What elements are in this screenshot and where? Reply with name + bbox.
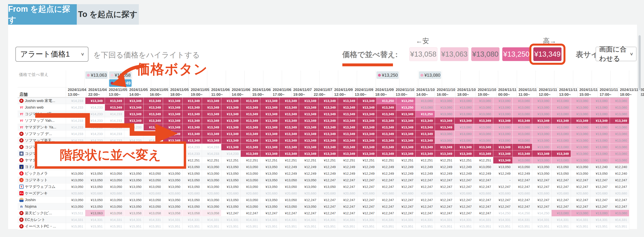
tab-to[interactable]: To を起点に探す bbox=[77, 4, 139, 25]
price-cell: ¥12,247 bbox=[532, 197, 552, 203]
price-cell: ¥13,050 bbox=[241, 164, 260, 170]
price-cell: ¥13,349 bbox=[241, 131, 260, 137]
price-cell: ¥13,349 bbox=[280, 104, 299, 111]
price-cell: ¥14,233 bbox=[66, 117, 85, 124]
price-cell: ¥12,249 bbox=[299, 164, 318, 170]
scrollbar-thumb[interactable] bbox=[638, 35, 641, 90]
price-cell: ¥12,247 bbox=[513, 177, 532, 183]
price-cell: ¥12,249 bbox=[357, 170, 377, 177]
price-cell: ¥13,349 bbox=[318, 137, 338, 144]
store-name: Rヤマダ電機 楽... bbox=[18, 157, 66, 164]
price-cell: ¥13,349 bbox=[610, 117, 629, 124]
tab-from[interactable]: From を起点に探す bbox=[8, 4, 77, 25]
price-cell: ¥13,080 bbox=[532, 124, 552, 131]
price-dot-icon bbox=[378, 74, 381, 77]
price-cell: ¥13,050 bbox=[532, 164, 552, 170]
price-cell: ¥13,349 bbox=[435, 150, 454, 157]
price-cell: ¥13,080 bbox=[474, 137, 493, 144]
chip-price: ¥13,349 bbox=[115, 81, 130, 86]
column-header: 2024/11/1111:00~ bbox=[517, 87, 537, 98]
price-cell: ¥15,951 bbox=[221, 223, 241, 230]
chip-cell bbox=[461, 71, 480, 88]
price-cell: - bbox=[493, 177, 513, 183]
price-sort-button[interactable]: ¥13,349 bbox=[533, 47, 562, 61]
price-cell: ¥13,349 bbox=[280, 124, 299, 131]
price-cell: ¥15,951 bbox=[85, 223, 105, 230]
price-cell: ¥12,249 bbox=[416, 170, 435, 177]
vertical-scrollbar[interactable] bbox=[638, 27, 641, 228]
price-cell: ¥12,247 bbox=[377, 177, 396, 183]
price-cell: ¥12,247 bbox=[357, 210, 377, 216]
price-cell: ¥13,080 bbox=[532, 111, 552, 117]
store-name-label: ECカレント bbox=[25, 217, 45, 222]
price-cell: ¥13,050 bbox=[144, 177, 163, 183]
price-cell: ¥14,250 bbox=[513, 210, 532, 216]
price-cell: ¥12,247 bbox=[435, 177, 454, 183]
price-chip[interactable]: ¥13,250 bbox=[376, 71, 399, 79]
rakuten-icon: R bbox=[19, 99, 24, 103]
price-cell: ¥14,331 bbox=[182, 216, 202, 223]
table-row: RECカレント¥14,331¥14,331¥14,331¥14,331¥14,3… bbox=[18, 216, 629, 223]
price-chip[interactable]: ¥13,080 bbox=[419, 71, 441, 79]
price-cell: ¥15,951 bbox=[416, 223, 435, 230]
price-cell: ¥13,349 bbox=[163, 111, 182, 117]
alert-price-select[interactable]: アラート価格1 ∨ bbox=[16, 47, 88, 62]
store-name-label: コジマ楽天市場店 bbox=[25, 144, 55, 150]
price-cell: ¥12,247 bbox=[241, 210, 260, 216]
price-cell: ¥12,247 bbox=[532, 177, 552, 183]
price-cell: ¥15,951 bbox=[163, 223, 182, 230]
price-cell: ¥13,058 bbox=[144, 210, 163, 216]
chip-cell: ¥13,250 bbox=[376, 71, 400, 88]
price-cell: ¥15,951 bbox=[144, 223, 163, 230]
column-header: 2024/11/1118:00~ bbox=[618, 87, 638, 98]
price-cell: ¥12,247 bbox=[221, 210, 241, 216]
table-size-select[interactable]: 画面に合わせる ∨ bbox=[596, 47, 636, 61]
price-chip[interactable]: ¥13,058 bbox=[109, 71, 131, 79]
price-cell: ¥13,349 bbox=[396, 124, 416, 131]
price-cell: ¥13,349 bbox=[396, 117, 416, 124]
price-cell: ¥20,680 bbox=[124, 190, 144, 197]
price-cell: ¥13,349 bbox=[221, 111, 241, 117]
column-header: 2024/11/1117:00~ bbox=[598, 87, 618, 98]
column-header: 2024/11/1016:00~ bbox=[435, 87, 456, 98]
price-cell: ¥13,050 bbox=[105, 164, 124, 170]
price-chip[interactable]: ¥13,349 bbox=[109, 79, 131, 87]
price-cell: ¥14,233 bbox=[144, 144, 163, 150]
price-cell: ¥13,080 bbox=[571, 131, 590, 137]
price-cell: ¥13,349 bbox=[124, 111, 144, 117]
chip-cell: ¥13,080 bbox=[418, 71, 442, 88]
price-sort-button[interactable]: ¥13,058 bbox=[409, 47, 438, 61]
price-sort-button[interactable]: ¥13,063 bbox=[440, 47, 468, 61]
chip-cell bbox=[554, 71, 573, 88]
price-cell: ¥13,349 bbox=[318, 131, 338, 137]
price-cell: ¥13,349 bbox=[241, 104, 260, 111]
price-cell: ¥13,050 bbox=[202, 170, 221, 177]
price-cell: ¥20,680 bbox=[241, 190, 260, 197]
price-cell: ¥13,349 bbox=[513, 144, 532, 150]
price-cell: ¥12,247 bbox=[396, 177, 416, 183]
store-name: nNojima bbox=[18, 203, 66, 210]
price-cell: ¥14,233 bbox=[66, 144, 85, 150]
price-sort-button[interactable]: ¥13,250 bbox=[502, 47, 530, 61]
chip-cell bbox=[170, 71, 188, 88]
price-cell: ¥13,080 bbox=[493, 124, 513, 131]
price-chip[interactable]: ¥13,063 bbox=[85, 71, 108, 79]
price-sort-button[interactable]: ¥13,080 bbox=[471, 47, 500, 61]
rakuten-icon: R bbox=[19, 132, 24, 136]
price-cell: ¥13,349 bbox=[202, 98, 221, 104]
price-cell: ¥12,249 bbox=[280, 164, 299, 170]
column-header: 2024/11/1013:00~ bbox=[394, 87, 414, 98]
price-cell: ¥14,233 bbox=[105, 117, 124, 124]
price-cell: ¥13,050 bbox=[66, 170, 85, 177]
price-cell: ¥13,349 bbox=[260, 124, 280, 131]
price-cell: ¥13,349 bbox=[299, 124, 318, 131]
price-cell: ¥13,050 bbox=[182, 183, 202, 190]
price-cell: ¥12,247 bbox=[299, 197, 318, 203]
price-cell: ¥14,233 bbox=[202, 150, 221, 157]
price-cell: ¥12,247 bbox=[338, 177, 357, 183]
price-cell: ¥13,349 bbox=[163, 137, 182, 144]
price-cell: ¥13,050 bbox=[299, 203, 318, 210]
price-cell: ¥12,249 bbox=[318, 170, 338, 177]
column-header: 2024/11/1018:00~ bbox=[456, 87, 476, 98]
price-cell: ¥13,050 bbox=[144, 170, 163, 177]
